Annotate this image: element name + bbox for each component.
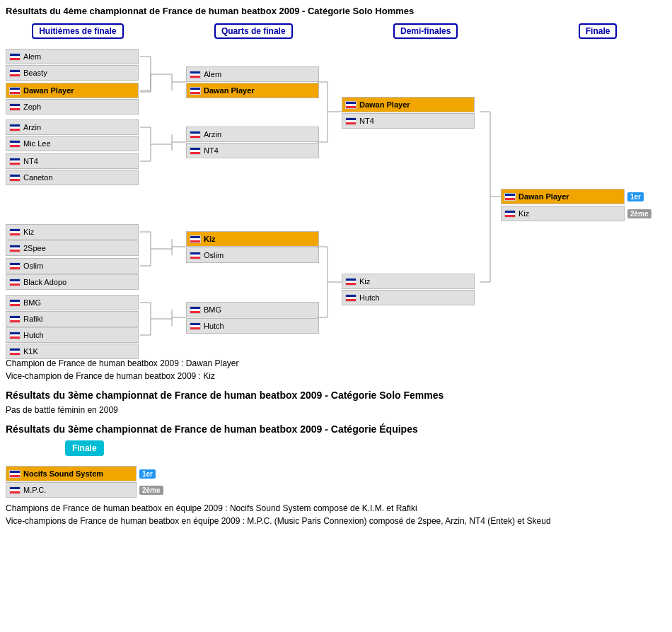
- qf-match1-p1: Alem: [186, 66, 319, 82]
- teams-bracket: Finale Nocifs Sound System 1er M.P.C. 2è…: [6, 440, 666, 498]
- qf-match4-p2: Hutch: [186, 318, 319, 334]
- teams-rank-2: 2ème: [139, 486, 163, 495]
- r16-match1-p1: Alem: [6, 49, 139, 64]
- qf-match2-p1: Arzin: [186, 127, 319, 142]
- teams-section: Résultats du 3ème championnat de France …: [6, 423, 666, 526]
- r16-match7-p1: BMG: [6, 295, 139, 310]
- qf-match3-p1: Kiz: [186, 231, 319, 247]
- qf-match1-p2: Dawan Player: [186, 83, 319, 98]
- r16-match2-p2: Zeph: [6, 99, 139, 115]
- champion-text: Champion de France de human beatbox 2009…: [6, 358, 666, 368]
- final-p2: Kiz: [501, 206, 625, 221]
- r16-match6-p2: Black Adopo: [6, 274, 139, 290]
- r16-match1-p2: Beasty: [6, 65, 139, 81]
- r16-match4-p2: Caneton: [6, 170, 139, 185]
- qf-match3-p2: Oslim: [186, 247, 319, 263]
- r16-match2-p1: Dawan Player: [6, 83, 139, 98]
- teams-final-p1: Nocifs Sound System: [6, 466, 137, 481]
- qf-match4-p1: BMG: [186, 302, 319, 317]
- teams-vice-text: Vice-champions de France de human beatbo…: [6, 516, 666, 526]
- women-title: Résultats du 3ème championnat de France …: [6, 390, 666, 401]
- qf-match2-p2: NT4: [186, 143, 319, 158]
- f-header: Finale: [579, 23, 618, 39]
- r16-header: Huitièmes de finale: [32, 23, 123, 39]
- champion-section: Champion de France de human beatbox 2009…: [6, 358, 666, 381]
- women-section: Résultats du 3ème championnat de France …: [6, 390, 666, 415]
- women-text: Pas de battle féminin en 2009: [6, 405, 666, 415]
- r16-match7-p2: Rafiki: [6, 311, 139, 327]
- sf-match2-p2: Hutch: [342, 290, 475, 305]
- r16-match8-p2: K1K: [6, 344, 139, 359]
- rank-1-badge: 1er: [627, 192, 644, 201]
- page-title: Résultats du 4ème championnat de France …: [6, 6, 666, 16]
- vice-champion-text: Vice-champion de France de human beatbox…: [6, 371, 666, 381]
- r16-match5-p1: Kiz: [6, 224, 139, 240]
- r16-match8-p1: Hutch: [6, 327, 139, 343]
- r16-match3-p2: Mic Lee: [6, 136, 139, 151]
- bracket-container: Huitièmes de finale Quarts de finale Dem…: [6, 23, 666, 353]
- teams-title: Résultats du 3ème championnat de France …: [6, 423, 666, 435]
- teams-champion-text: Champions de France de human beatbox en …: [6, 503, 666, 513]
- r16-match5-p2: 2Spee: [6, 240, 139, 256]
- r16-match3-p1: Arzin: [6, 119, 139, 135]
- qf-header: Quarts de finale: [214, 23, 293, 39]
- sf-match1-p2: NT4: [342, 113, 475, 129]
- r16-match6-p1: Oslim: [6, 258, 139, 274]
- sf-header: Demi-finales: [393, 23, 458, 39]
- r16-match4-p1: NT4: [6, 153, 139, 169]
- sf-match2-p1: Kiz: [342, 274, 475, 289]
- teams-finale-header: Finale: [65, 440, 104, 456]
- rank-2-badge: 2ème: [627, 209, 651, 218]
- final-p1: Dawan Player: [501, 189, 625, 204]
- teams-rank-1: 1er: [139, 469, 156, 479]
- teams-final-p2: M.P.C.: [6, 482, 137, 498]
- sf-match1-p1: Dawan Player: [342, 97, 475, 112]
